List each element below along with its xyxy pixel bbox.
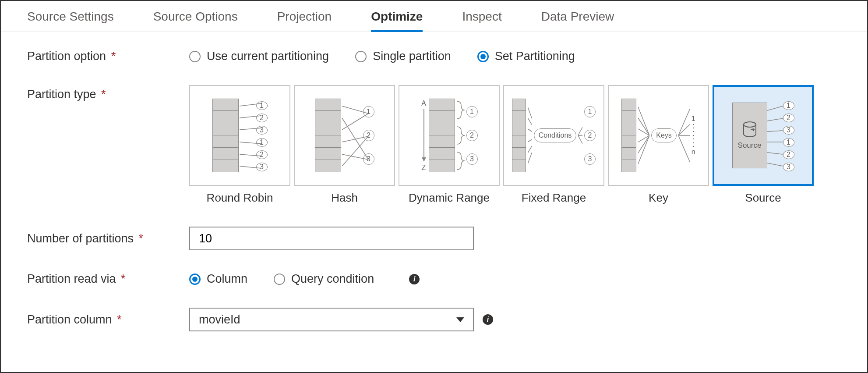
partition-type-fixed-range-label: Fixed Range (522, 191, 586, 205)
tab-source-settings[interactable]: Source Settings (27, 10, 114, 32)
svg-line-16 (528, 129, 532, 135)
svg-line-34 (767, 106, 783, 110)
partition-type-round-robin-label: Round Robin (207, 191, 273, 205)
partition-type-round-robin[interactable]: 123 123 (189, 85, 290, 186)
partition-type-hash-label: Hash (331, 191, 358, 205)
radio-single-partition[interactable]: Single partition (355, 50, 451, 63)
svg-line-26 (638, 135, 649, 142)
svg-line-38 (767, 153, 783, 154)
partition-type-dynamic-range[interactable]: A Z 123 (399, 85, 500, 186)
radio-column[interactable]: Column (189, 272, 247, 286)
partition-type-label: Partition type * (27, 85, 189, 101)
svg-marker-13 (422, 157, 426, 162)
partition-option-label: Partition option * (27, 50, 189, 63)
svg-line-15 (528, 118, 532, 135)
partition-type-fixed-range[interactable]: Conditions 123 (503, 85, 604, 186)
svg-line-25 (638, 129, 649, 135)
info-icon[interactable]: i (483, 314, 493, 325)
svg-line-20 (578, 116, 582, 135)
tabs-bar: Source Settings Source Options Projectio… (1, 1, 867, 32)
tab-optimize[interactable]: Optimize (371, 10, 423, 32)
num-partitions-label: Number of partitions * (27, 232, 189, 245)
partition-type-key[interactable]: Keys 1•••••••n (608, 85, 709, 186)
partition-type-dynamic-range-label: Dynamic Range (409, 191, 490, 205)
radio-query-condition[interactable]: Query condition (274, 272, 374, 286)
tab-inspect[interactable]: Inspect (462, 10, 501, 32)
tab-source-options[interactable]: Source Options (153, 10, 238, 32)
partition-type-source-label: Source (745, 191, 781, 205)
partition-type-source[interactable]: Source 123 123 (713, 85, 814, 186)
radio-use-current-partitioning[interactable]: Use current partitioning (189, 50, 329, 63)
svg-line-28 (638, 135, 649, 164)
info-icon[interactable]: i (409, 274, 420, 284)
tab-projection[interactable]: Projection (277, 10, 332, 32)
svg-line-39 (767, 163, 783, 166)
partition-type-key-label: Key (649, 191, 668, 205)
chevron-down-icon (456, 317, 464, 322)
svg-line-29 (678, 109, 690, 135)
svg-line-22 (578, 135, 582, 155)
svg-point-33 (744, 122, 756, 127)
svg-line-32 (678, 135, 690, 162)
svg-line-18 (528, 135, 532, 153)
partition-column-label: Partition column * (27, 313, 189, 327)
tab-data-preview[interactable]: Data Preview (541, 10, 614, 32)
svg-line-17 (528, 135, 532, 142)
radio-set-partitioning[interactable]: Set Partitioning (477, 50, 575, 63)
partition-read-via-label: Partition read via * (27, 272, 189, 286)
svg-line-30 (678, 124, 690, 135)
svg-line-36 (767, 131, 783, 131)
num-partitions-input[interactable] (189, 227, 474, 250)
partition-column-select[interactable]: movieId (189, 308, 474, 331)
partition-type-hash[interactable]: 123 (294, 85, 395, 186)
svg-line-35 (767, 118, 783, 121)
svg-line-23 (638, 107, 649, 135)
database-icon (742, 121, 758, 139)
